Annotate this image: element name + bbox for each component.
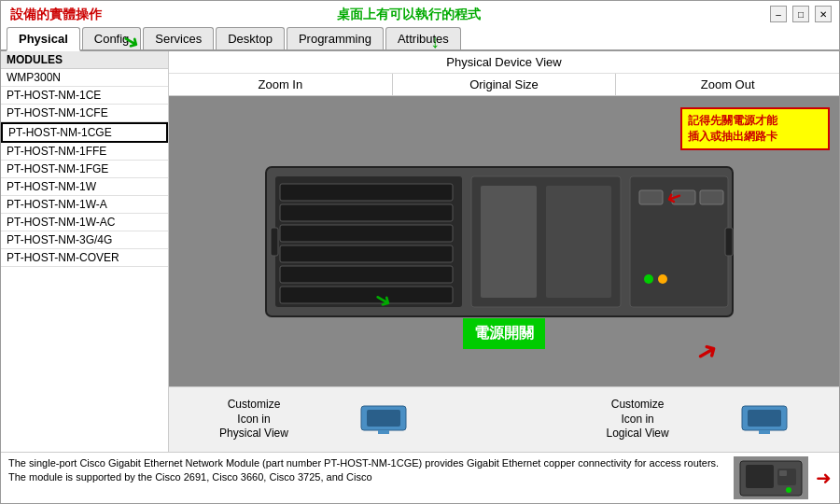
annotation-power-switch: 電源開關 bbox=[463, 318, 545, 349]
description-text: The single-port Cisco Gigabit Ethernet N… bbox=[8, 456, 726, 499]
original-size-button[interactable]: Original Size bbox=[393, 74, 617, 95]
description-thumbnail bbox=[734, 456, 808, 499]
svg-rect-26 bbox=[746, 465, 774, 488]
module-item-nm1fge[interactable]: PT-HOST-NM-1FGE bbox=[1, 161, 168, 178]
svg-point-29 bbox=[786, 487, 791, 493]
module-item-nm1wa[interactable]: PT-HOST-NM-1W-A bbox=[1, 196, 168, 214]
svg-rect-24 bbox=[759, 430, 770, 434]
module-list[interactable]: MODULES WMP300N PT-HOST-NM-1CE PT-HOST-N… bbox=[1, 51, 169, 452]
customize-physical-icon[interactable] bbox=[359, 400, 408, 439]
customize-physical-label: Customize Icon in Physical View bbox=[219, 398, 288, 441]
module-item-nm3g4g[interactable]: PT-HOST-NM-3G/4G bbox=[1, 231, 168, 249]
svg-rect-2 bbox=[280, 184, 453, 201]
svg-rect-21 bbox=[378, 430, 389, 434]
svg-rect-10 bbox=[546, 186, 611, 298]
main-window: 設備的實體操作 ➜ 桌面上有可以執行的程式 ↓ – □ ✕ Physical C… bbox=[0, 0, 840, 504]
svg-rect-5 bbox=[280, 245, 453, 262]
svg-rect-3 bbox=[280, 204, 453, 221]
svg-rect-17 bbox=[271, 228, 278, 256]
minimize-button[interactable]: – bbox=[770, 6, 787, 22]
svg-point-16 bbox=[658, 274, 667, 284]
zoom-controls: Zoom In Original Size Zoom Out bbox=[169, 74, 839, 96]
module-item-nm1ce[interactable]: PT-HOST-NM-1CE bbox=[1, 87, 168, 105]
module-item-nmcover[interactable]: PT-HOST-NM-COVER bbox=[1, 249, 168, 267]
module-item-nm1ffe[interactable]: PT-HOST-NM-1FFE bbox=[1, 143, 168, 161]
close-button[interactable]: ✕ bbox=[815, 6, 832, 22]
tab-desktop[interactable]: Desktop bbox=[216, 27, 285, 49]
description-arrow: ➜ bbox=[816, 456, 832, 499]
module-item-nm1cfe[interactable]: PT-HOST-NM-1CFE bbox=[1, 105, 168, 122]
device-view-title: Physical Device View bbox=[169, 51, 839, 74]
tab-services[interactable]: Services bbox=[143, 27, 214, 49]
svg-rect-4 bbox=[280, 225, 453, 242]
svg-rect-7 bbox=[280, 287, 453, 303]
tab-programming[interactable]: Programming bbox=[287, 27, 384, 49]
router-graphic bbox=[261, 148, 747, 335]
module-item-nm1w[interactable]: PT-HOST-NM-1W bbox=[1, 178, 168, 196]
svg-rect-6 bbox=[280, 266, 453, 283]
main-content: MODULES WMP300N PT-HOST-NM-1CE PT-HOST-N… bbox=[1, 51, 839, 452]
svg-rect-20 bbox=[367, 410, 400, 427]
right-panel: 記得先關電源才能 插入或抽出網路卡 ➜ Physical Device View… bbox=[169, 51, 839, 452]
tab-attributes[interactable]: Attributes bbox=[385, 27, 461, 49]
svg-rect-14 bbox=[700, 190, 723, 204]
module-item-wmp300n[interactable]: WMP300N bbox=[1, 69, 168, 87]
customize-physical-item: Customize Icon in Physical View bbox=[219, 398, 288, 441]
zoom-out-button[interactable]: Zoom Out bbox=[616, 74, 839, 95]
tab-physical[interactable]: Physical bbox=[7, 27, 80, 51]
customize-logical-icon[interactable] bbox=[740, 400, 789, 439]
svg-rect-18 bbox=[725, 228, 733, 256]
customize-logical-item: Customize Icon in Logical View bbox=[607, 398, 669, 441]
zoom-in-button[interactable]: Zoom In bbox=[169, 74, 393, 95]
svg-rect-28 bbox=[779, 470, 787, 476]
module-item-nm1cge[interactable]: PT-HOST-NM-1CGE bbox=[1, 122, 168, 143]
svg-rect-23 bbox=[748, 410, 781, 427]
svg-point-15 bbox=[644, 274, 653, 284]
annotation-physical-ops: 設備的實體操作 bbox=[10, 7, 102, 23]
modules-header: MODULES bbox=[1, 51, 168, 69]
customize-logical-label: Customize Icon in Logical View bbox=[607, 398, 669, 441]
annotation-power-warning: 記得先關電源才能 插入或抽出網路卡 bbox=[680, 107, 830, 150]
svg-rect-9 bbox=[481, 186, 537, 298]
module-item-nm1wac[interactable]: PT-HOST-NM-1W-AC bbox=[1, 214, 168, 231]
customize-area: Customize Icon in Physical View bbox=[169, 386, 839, 452]
maximize-button[interactable]: □ bbox=[792, 6, 809, 22]
description-bar: The single-port Cisco Gigabit Ethernet N… bbox=[1, 452, 839, 503]
annotation-desktop-programs: 桌面上有可以執行的程式 bbox=[337, 7, 481, 23]
svg-rect-12 bbox=[639, 190, 663, 204]
